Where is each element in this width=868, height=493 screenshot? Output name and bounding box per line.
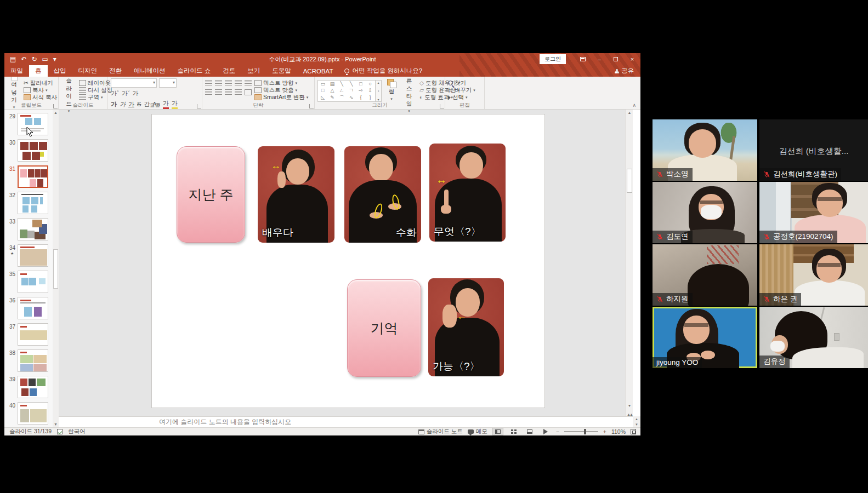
zoom-slider[interactable] [564, 431, 598, 432]
text-direction-button[interactable]: 텍스트 방향▾ [254, 79, 308, 87]
participant-tile-8[interactable]: 김유정 [759, 307, 868, 368]
ribbon-tab-10[interactable]: 도움말 [266, 65, 297, 77]
ribbon-display-options-button[interactable] [575, 53, 591, 65]
slide-vertical-scrollbar[interactable]: ▲ ▼ ▲▲ ▼▼ [625, 110, 633, 427]
thumbnail-slide-39[interactable]: 39 ★ [4, 376, 53, 398]
thumbnail-slide-33[interactable]: 33 ★ [4, 218, 53, 240]
notes-scroll-down-icon[interactable]: ▼ [635, 423, 638, 426]
slide-sorter-view-button[interactable] [508, 428, 519, 435]
thumbnail-scrollbar[interactable]: ▲ ▼ [53, 110, 59, 427]
thumbnail-preview[interactable] [18, 376, 48, 398]
thumbnail-scroll-up-icon[interactable]: ▲ [53, 111, 59, 114]
thumbnail-slide-30[interactable]: 30 ★ [4, 139, 53, 162]
thumbnail-slide-37[interactable]: 37 ★ [4, 323, 53, 346]
find-button[interactable]: 찾기 [448, 79, 475, 87]
thumbnail-preview[interactable] [18, 192, 48, 214]
thumbnail-preview[interactable] [18, 402, 48, 425]
align-left-icon[interactable] [205, 89, 212, 95]
arrange-button[interactable]: 정렬 ▾ [384, 78, 399, 102]
save-icon[interactable]: ▤ [10, 56, 16, 62]
customize-qat-icon[interactable]: ▾ [53, 56, 56, 62]
card-last-week[interactable]: 지난 주 [177, 146, 245, 243]
convert-smartart-button[interactable]: SmartArt로 변환▾ [254, 94, 308, 101]
align-text-button[interactable]: 텍스트 맞춤▾ [254, 87, 308, 94]
scroll-up-icon[interactable]: ▲ [626, 111, 633, 114]
replace-button[interactable]: ⇄바꾸기▾ [448, 87, 475, 94]
thumbnail-slide-32[interactable]: 32 ★ [4, 192, 53, 214]
ribbon-tab-6[interactable]: 애니메이션 [128, 65, 172, 77]
align-right-icon[interactable] [225, 89, 232, 95]
thumbnail-slide-31[interactable]: 31 ★ [4, 165, 53, 188]
ribbon-tab-3[interactable]: 삽입 [48, 65, 72, 77]
start-slideshow-icon[interactable]: ▭ [42, 56, 48, 62]
thumbnail-preview[interactable] [18, 244, 48, 267]
decrease-indent-icon[interactable] [225, 80, 232, 86]
align-center-icon[interactable] [215, 89, 222, 95]
thumbnail-slide-40[interactable]: 40 ★ [4, 402, 53, 425]
sign-image-learn[interactable]: ↔ 배우다 [258, 146, 334, 243]
participant-tile-6[interactable]: 하은 권 [759, 244, 868, 306]
slide-notes-button[interactable]: 슬라이드 노트 [418, 428, 463, 435]
slide-canvas[interactable]: 지난 주 ↔ 배우다 [152, 114, 544, 408]
participant-tile-3[interactable]: 김도연 [653, 182, 757, 243]
proofing-icon[interactable] [57, 429, 63, 434]
thumbnail-preview[interactable] [18, 165, 48, 188]
zoom-out-button[interactable]: − [556, 428, 559, 435]
paste-button[interactable]: 붙여넣기 ▾ [7, 78, 21, 102]
shrink-font-button[interactable]: 가ˇ [122, 89, 130, 98]
notes-scrollbar[interactable]: ▲ ▼ [633, 416, 640, 427]
minimize-button[interactable]: – [591, 53, 608, 65]
reading-view-button[interactable] [524, 428, 535, 435]
ribbon-tab-4[interactable]: 디자인 [72, 65, 104, 77]
thumbnail-slide-35[interactable]: 35 ★ [4, 271, 53, 293]
collapse-ribbon-icon[interactable]: ∧ [632, 102, 636, 108]
language-indicator[interactable]: 한국어 [68, 428, 86, 435]
zoom-level[interactable]: 110% [611, 428, 626, 435]
thumbnail-preview[interactable] [18, 139, 48, 162]
notes-scroll-up-icon[interactable]: ▲ [635, 417, 638, 421]
thumbnail-slide-34[interactable]: 34 ★ [4, 244, 53, 267]
normal-view-button[interactable] [492, 428, 503, 435]
undo-icon[interactable]: ↶ [21, 56, 26, 62]
justify-icon[interactable] [235, 89, 242, 95]
thumbnail-scroll-thumb[interactable] [53, 249, 58, 289]
fit-to-window-icon[interactable] [631, 429, 636, 434]
ribbon-tab-1[interactable]: 파일 [4, 65, 29, 77]
grow-font-button[interactable]: 가ˆ [111, 89, 119, 98]
columns-icon[interactable] [245, 89, 252, 95]
shapes-gallery[interactable]: ▭▤╲╲□○ □△ㄥㄱ⇨⇩ ◺✎⌒∿{} [317, 80, 376, 102]
zoom-slider-thumb[interactable] [584, 429, 586, 434]
ribbon-tab-8[interactable]: 검토 [217, 65, 241, 77]
restore-button[interactable] [608, 53, 624, 65]
numbering-icon[interactable] [215, 80, 222, 86]
select-button[interactable]: 선택▾ [448, 94, 475, 101]
cut-button[interactable]: ✂잘라내기 [24, 79, 57, 87]
ribbon-tab-7[interactable]: 슬라이드 쇼 [172, 65, 217, 77]
memo-button[interactable]: 메모 [468, 428, 487, 435]
redo-icon[interactable]: ↻ [31, 56, 37, 62]
participant-tile-4[interactable]: 공정호(21902704) [759, 182, 868, 243]
sign-image-what[interactable]: ↔ 무엇〈?〉 [429, 144, 506, 242]
thumbnail-preview[interactable] [18, 271, 48, 293]
new-slide-button[interactable]: 새 슬라이드 ▾ [61, 78, 76, 102]
sign-image-sign-language[interactable]: 수화 [344, 146, 421, 243]
participant-tile-2[interactable]: 김선희 (비호생활... 김선희(비호생활관) [759, 119, 868, 181]
participant-tile-1[interactable]: 박소영 [653, 119, 757, 181]
increase-indent-icon[interactable] [235, 80, 242, 86]
ribbon-tab-5[interactable]: 전환 [103, 65, 128, 77]
thumbnail-preview[interactable] [18, 297, 48, 319]
close-button[interactable]: × [624, 53, 640, 65]
ribbon-tab-11[interactable]: ACROBAT [297, 65, 339, 77]
login-button[interactable]: 로그인 [540, 54, 566, 64]
bullets-icon[interactable] [205, 80, 212, 86]
format-painter-button[interactable]: 서식 복사 [24, 94, 57, 101]
shapes-gallery-scrollbar[interactable]: ▴▪▾ [376, 80, 382, 102]
card-memory[interactable]: 기억 [347, 279, 421, 377]
scroll-down-icon[interactable]: ▼ [626, 404, 633, 408]
notes-pane[interactable]: 여기에 슬라이드 노트의 내용을 입력하십시오 [59, 416, 640, 427]
slideshow-view-button[interactable] [540, 428, 551, 435]
thumbnail-preview[interactable] [18, 218, 48, 240]
zoom-in-button[interactable]: + [603, 428, 606, 435]
thumbnail-scroll-down-icon[interactable]: ▼ [53, 422, 59, 426]
participant-tile-7[interactable]: jiyoung YOO [653, 307, 757, 368]
